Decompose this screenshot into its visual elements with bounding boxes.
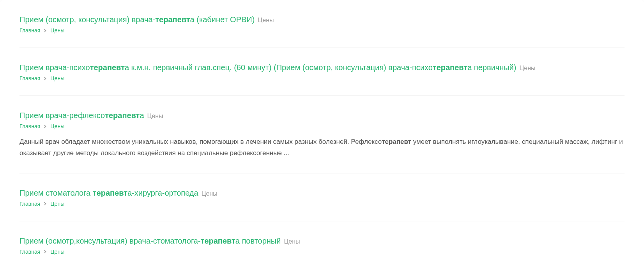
search-result: Прием (осмотр, консультация) врача-терап… xyxy=(19,14,625,48)
category-tag: Цены xyxy=(519,65,535,72)
search-result: Прием (осмотр,консультация) врача-стомат… xyxy=(19,235,625,255)
search-results-panel: Прием (осмотр, консультация) врача-терап… xyxy=(0,0,644,258)
breadcrumb: Главная Цены xyxy=(19,249,625,255)
breadcrumb: Главная Цены xyxy=(19,75,625,81)
breadcrumb-home[interactable]: Главная xyxy=(19,27,40,34)
breadcrumb: Главная Цены xyxy=(19,201,625,207)
result-title-line: Прием врача-психотерапевта к.м.н. первич… xyxy=(19,62,625,73)
breadcrumb-page[interactable]: Цены xyxy=(50,123,64,129)
search-result: Прием врача-рефлексотерапевта Цены Главн… xyxy=(19,110,625,173)
result-title-link[interactable]: Прием (осмотр, консультация) врача-терап… xyxy=(19,14,255,25)
chevron-right-icon xyxy=(44,202,46,205)
chevron-right-icon xyxy=(44,125,46,128)
result-title-link[interactable]: Прием врача-рефлексотерапевта xyxy=(19,110,144,121)
result-title-link[interactable]: Прием врача-психотерапевта к.м.н. первич… xyxy=(19,62,516,73)
breadcrumb-page[interactable]: Цены xyxy=(50,75,64,81)
category-tag: Цены xyxy=(202,190,218,197)
category-tag: Цены xyxy=(284,238,300,245)
result-title-line: Прием (осмотр, консультация) врача-терап… xyxy=(19,14,625,25)
breadcrumb-home[interactable]: Главная xyxy=(19,249,40,255)
category-tag: Цены xyxy=(147,113,163,120)
breadcrumb-home[interactable]: Главная xyxy=(19,201,40,207)
result-title-line: Прием (осмотр,консультация) врача-стомат… xyxy=(19,235,625,246)
breadcrumb: Главная Цены xyxy=(19,27,625,34)
search-result: Прием стоматолога терапевта-хирурга-орто… xyxy=(19,187,625,221)
chevron-right-icon xyxy=(44,250,46,253)
breadcrumb-page[interactable]: Цены xyxy=(50,249,64,255)
breadcrumb-page[interactable]: Цены xyxy=(50,27,64,34)
chevron-right-icon xyxy=(44,77,46,80)
search-result: Прием врача-психотерапевта к.м.н. первич… xyxy=(19,62,625,96)
result-title-line: Прием стоматолога терапевта-хирурга-орто… xyxy=(19,187,625,198)
breadcrumb-home[interactable]: Главная xyxy=(19,75,40,81)
breadcrumb-page[interactable]: Цены xyxy=(50,201,64,207)
chevron-right-icon xyxy=(44,29,46,32)
result-title-line: Прием врача-рефлексотерапевта Цены xyxy=(19,110,625,121)
category-tag: Цены xyxy=(258,17,274,24)
result-title-link[interactable]: Прием стоматолога терапевта-хирурга-орто… xyxy=(19,187,198,198)
breadcrumb-home[interactable]: Главная xyxy=(19,123,40,129)
result-title-link[interactable]: Прием (осмотр,консультация) врача-стомат… xyxy=(19,235,281,246)
result-snippet: Данный врач обладает множеством уникальн… xyxy=(19,136,625,159)
breadcrumb: Главная Цены xyxy=(19,123,625,129)
